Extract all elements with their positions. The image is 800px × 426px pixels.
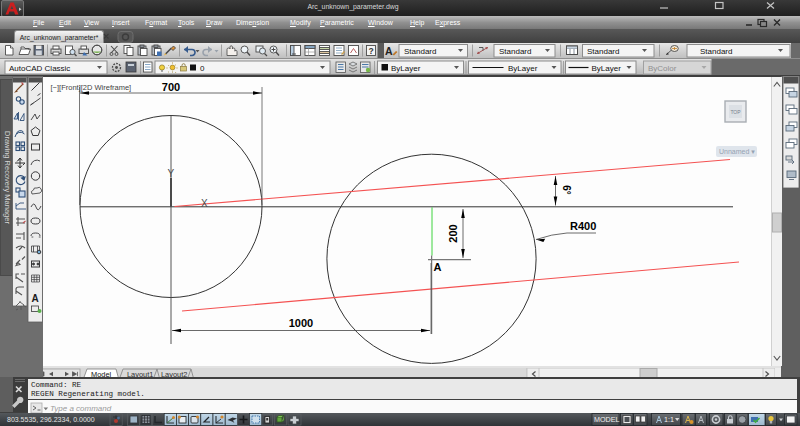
svg-text:A: A	[385, 45, 393, 57]
svg-text:TOP: TOP	[730, 109, 741, 115]
svg-text:1:1: 1:1	[664, 415, 674, 424]
svg-text:0: 0	[200, 64, 205, 73]
svg-text:Y: Y	[168, 168, 175, 179]
svg-text:ByLayer: ByLayer	[391, 64, 421, 73]
svg-text:A: A	[32, 293, 39, 304]
svg-text:200: 200	[447, 224, 459, 242]
svg-text:MODEL: MODEL	[594, 415, 620, 424]
svg-text:?: ?	[369, 46, 374, 56]
svg-text:Type a command: Type a command	[50, 404, 112, 413]
svg-text:Standard: Standard	[587, 47, 619, 56]
svg-text:ByColor: ByColor	[648, 64, 677, 73]
svg-text:AutoCAD Classic: AutoCAD Classic	[9, 64, 70, 73]
svg-text:Standard: Standard	[404, 47, 436, 56]
svg-text:R400: R400	[570, 220, 596, 232]
svg-text:Standard: Standard	[700, 47, 732, 56]
svg-text:A: A	[434, 261, 442, 273]
svg-text:803.5535, 296.2334, 0.0000: 803.5535, 296.2334, 0.0000	[7, 416, 95, 423]
svg-text:X: X	[201, 198, 208, 209]
svg-text:[−][Front][2D Wireframe]: [−][Front][2D Wireframe]	[51, 83, 132, 92]
svg-text:1000: 1000	[289, 317, 313, 329]
svg-text:6°: 6°	[561, 185, 572, 195]
svg-text:700: 700	[162, 81, 180, 93]
svg-text:Standard: Standard	[499, 47, 531, 56]
svg-text:ByLayer: ByLayer	[508, 64, 538, 73]
svg-text:ByLayer: ByLayer	[592, 64, 622, 73]
